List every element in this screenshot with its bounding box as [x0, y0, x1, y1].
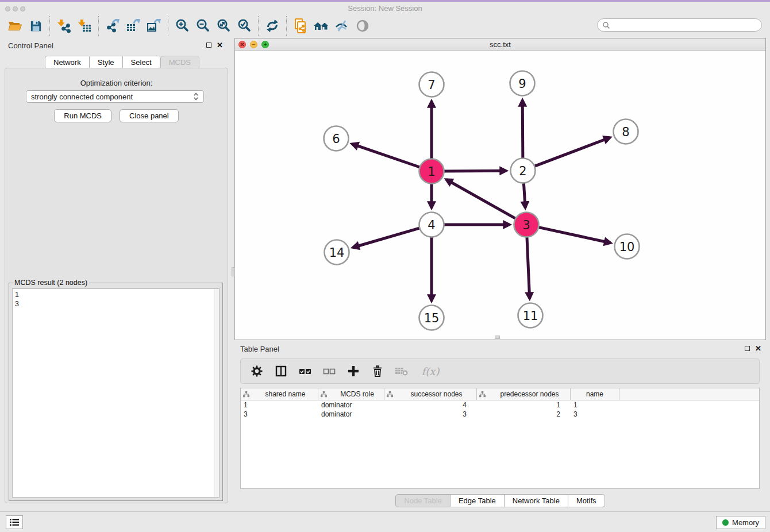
network-graph[interactable]: 7968124314101511 — [235, 51, 765, 340]
column-header-name[interactable]: name — [571, 388, 619, 400]
optimization-criterion-select[interactable]: strongly connected component — [26, 90, 204, 103]
graph-node-1[interactable]: 1 — [419, 159, 444, 184]
table-row[interactable]: 1dominator411 — [241, 400, 759, 410]
graph-node-14[interactable]: 14 — [325, 240, 349, 265]
fx-label: f(x) — [422, 365, 440, 377]
show-panel-icon[interactable] — [352, 17, 373, 35]
graph-node-9[interactable]: 9 — [510, 71, 535, 96]
graph-edge-2-8[interactable] — [533, 137, 610, 167]
hide-panel-icon[interactable] — [332, 17, 352, 35]
toolbar-separator — [168, 16, 168, 36]
tab-select[interactable]: Select — [123, 56, 160, 69]
run-mcds-button[interactable]: Run MCDS — [54, 109, 111, 122]
zoom-in-icon[interactable] — [172, 17, 192, 35]
refresh-icon[interactable] — [262, 17, 283, 35]
memory-label: Memory — [732, 518, 759, 527]
control-panel-tabs: NetworkStyleSelectMCDS — [45, 56, 199, 69]
tab-node-table[interactable]: Node Table — [395, 494, 451, 507]
column-header-predecessor-nodes[interactable]: predecessor nodes — [477, 388, 571, 400]
graph-node-2[interactable]: 2 — [511, 159, 536, 183]
import-network-icon[interactable] — [53, 17, 74, 35]
tab-motifs[interactable]: Motifs — [568, 494, 605, 507]
horizontal-scrollbar-handle[interactable] — [495, 336, 500, 339]
svg-text:14: 14 — [329, 246, 345, 260]
duplicate-network-icon[interactable] — [290, 17, 311, 35]
table-panel-title: Table Panel — [240, 345, 279, 353]
memory-button[interactable]: Memory — [716, 516, 765, 529]
column-header-shared-name[interactable]: shared name — [241, 388, 318, 400]
search-icon — [602, 21, 610, 29]
graph-edge-1-6[interactable] — [352, 144, 422, 168]
delete-column-icon[interactable] — [371, 364, 384, 378]
float-table-panel-icon[interactable] — [745, 346, 750, 351]
graph-node-8[interactable]: 8 — [614, 119, 638, 144]
float-panel-icon[interactable] — [206, 43, 211, 48]
svg-text:10: 10 — [619, 240, 635, 254]
table-cell: 4 — [384, 400, 477, 410]
graph-node-10[interactable]: 10 — [615, 234, 640, 259]
search-field[interactable] — [597, 18, 762, 32]
import-table-icon[interactable] — [74, 17, 95, 35]
zoom-selected-icon[interactable] — [234, 17, 255, 35]
panel-splitter-handle[interactable] — [232, 267, 235, 276]
graph-edge-3-1[interactable] — [446, 179, 517, 219]
graph-edge-2-9[interactable] — [522, 100, 523, 160]
mcds-result-list[interactable]: 13 — [12, 288, 220, 498]
table-row[interactable]: 3dominator323 — [241, 410, 759, 419]
add-column-icon[interactable] — [346, 364, 360, 378]
main-toolbar — [0, 16, 770, 36]
graph-node-3[interactable]: 3 — [514, 213, 539, 237]
result-scrollbar[interactable] — [214, 289, 219, 497]
mcds-tab-content: Optimization criterion: strongly connect… — [5, 68, 228, 503]
main-titlebar: Session: New Session — [0, 2, 770, 16]
settings-gear-icon[interactable] — [250, 364, 264, 378]
search-input[interactable] — [610, 21, 757, 30]
network-window: ✕ − + scc.txt 7968124314101511 — [234, 38, 766, 340]
tab-style[interactable]: Style — [90, 56, 123, 69]
svg-text:4: 4 — [428, 218, 435, 232]
tab-network[interactable]: Network — [45, 56, 90, 69]
export-table-icon[interactable] — [123, 17, 144, 35]
node-table[interactable]: shared nameMCDS rolesuccessor nodesprede… — [240, 388, 760, 489]
network-canvas[interactable]: 7968124314101511 — [235, 51, 765, 340]
close-table-panel-icon[interactable]: ✕ — [755, 346, 761, 351]
open-session-icon[interactable] — [5, 17, 25, 35]
task-history-button[interactable] — [6, 515, 23, 529]
control-panel-title: Control Panel — [8, 41, 53, 50]
graph-edge-2-3[interactable] — [523, 181, 525, 207]
export-network-icon[interactable] — [102, 17, 123, 35]
graph-node-4[interactable]: 4 — [419, 213, 444, 237]
table-cell: 1 — [477, 400, 571, 410]
tab-edge-table[interactable]: Edge Table — [451, 494, 505, 507]
column-header-successor-nodes[interactable]: successor nodes — [384, 388, 477, 400]
column-header-mcds-role[interactable]: MCDS role — [318, 388, 384, 400]
zoom-out-icon[interactable] — [192, 17, 213, 35]
zoom-fit-icon[interactable] — [213, 17, 234, 35]
graph-node-11[interactable]: 11 — [518, 303, 543, 328]
graph-edge-3-11[interactable] — [527, 235, 530, 298]
table-cell: 3 — [571, 410, 619, 419]
select-stepper-icon — [193, 92, 199, 101]
network-window-titlebar[interactable]: ✕ − + scc.txt — [235, 38, 765, 51]
graph-edge-3-10[interactable] — [537, 227, 610, 243]
function-builder-icon: f(x) — [419, 364, 442, 378]
graph-node-15[interactable]: 15 — [419, 306, 444, 330]
export-image-icon[interactable] — [144, 17, 164, 35]
save-session-icon[interactable] — [25, 17, 46, 35]
graph-edge-4-14[interactable] — [353, 228, 421, 248]
graph-node-6[interactable]: 6 — [324, 126, 349, 151]
deselect-all-icon[interactable] — [322, 364, 336, 378]
table-toolbar: f(x) — [240, 358, 760, 384]
tab-network-table[interactable]: Network Table — [505, 494, 568, 507]
column-view-icon[interactable] — [274, 364, 288, 378]
select-all-icon[interactable] — [298, 364, 312, 378]
home-icon[interactable] — [311, 17, 332, 35]
table-cell: 1 — [241, 400, 318, 410]
svg-text:6: 6 — [332, 132, 340, 146]
graph-node-7[interactable]: 7 — [419, 72, 444, 97]
graph-edge-1-2[interactable] — [442, 171, 506, 171]
close-panel-icon[interactable]: ✕ — [217, 43, 223, 48]
delete-table-icon — [395, 364, 409, 378]
table-panel: Table Panel ✕ f(x) shared nameMCDS ro — [234, 342, 766, 510]
close-panel-button[interactable]: Close panel — [120, 109, 179, 122]
